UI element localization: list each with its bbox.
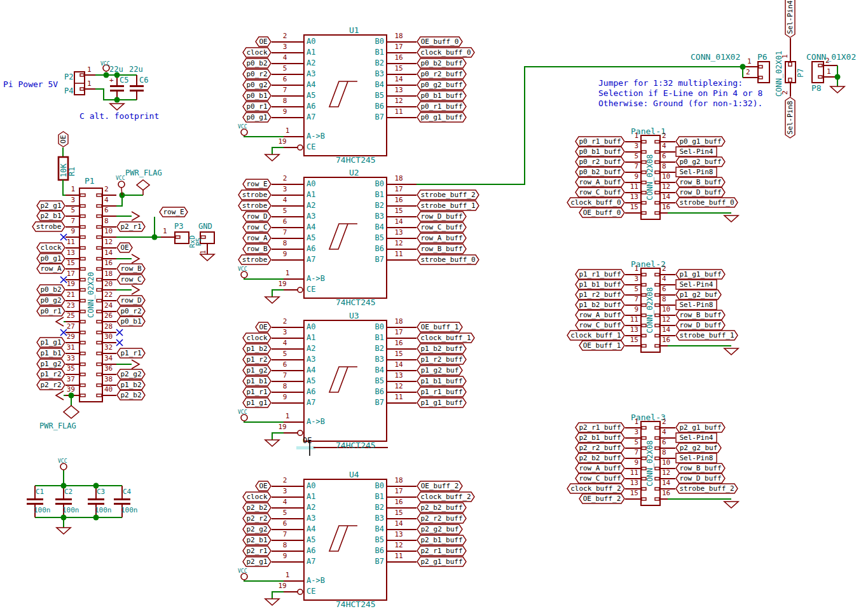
net-label-p2_b2_buff[interactable]: p2_b2_buff [575, 453, 625, 463]
net-label-p2_g1_buff[interactable]: p2_g1_buff [417, 556, 467, 567]
C1-plate[interactable] [27, 498, 43, 500]
panel-3-value[interactable]: CONN_02X08 [646, 441, 654, 486]
net-label-OE[interactable]: OE [255, 481, 272, 491]
U2-ref[interactable]: U2 [349, 168, 359, 177]
net-label-p1_b2_buff[interactable]: p1_b2_buff [575, 299, 625, 310]
net-label-row_B_buff[interactable]: row_B_buff [417, 243, 467, 254]
net-label-row_B_buff[interactable]: row_B_buff [675, 463, 726, 474]
U4-ref[interactable]: U4 [349, 470, 359, 479]
p3-ref[interactable]: P3 [174, 222, 183, 230]
p8-ref[interactable]: P8 [811, 84, 822, 92]
net-label-OE_buff_0[interactable]: OE_buff_0 [579, 207, 625, 218]
net-label-p1_g2_buf[interactable]: p1_g2_buf [417, 365, 463, 376]
c5-plate[interactable] [110, 90, 124, 92]
net-label-row_C_buff[interactable]: row_C_buff [575, 187, 625, 198]
net-label-strobe_buff_1[interactable]: strobe_buff_1 [675, 330, 738, 341]
p7-ref[interactable]: P7 [797, 69, 804, 78]
net-label-clock_buff_1[interactable]: clock_buff_1 [567, 330, 625, 341]
net-label-row_C_buff[interactable]: row_C_buff [575, 320, 625, 331]
net-label-p1_b2_buff[interactable]: p1_b2_buff [417, 343, 467, 354]
net-label-p1_b1_buff[interactable]: p1_b1_buff [575, 279, 625, 290]
net-label-p1_b1[interactable]: p1_b1 [242, 376, 272, 387]
net-label-strobe_buff_0[interactable]: strobe_buff_0 [675, 197, 738, 208]
c6-ref[interactable]: C6 [139, 76, 148, 84]
net-label-p0_g2_buff[interactable]: p0_g2_buff [675, 156, 726, 167]
net-label-p1_r2_buff[interactable]: p1_r2_buff [417, 354, 467, 365]
net-label-row_B[interactable]: row_B [116, 263, 146, 274]
net-label-clock[interactable]: clock [242, 332, 272, 343]
net-label-p2_b2[interactable]: p2_b2 [116, 390, 146, 400]
net-label-p2_b2_buff[interactable]: p2_b2_buff [417, 502, 467, 513]
net-label-p2_r1_buff[interactable]: p2_r1_buff [575, 422, 625, 433]
net-label-p2_r1_buff[interactable]: p2_r1_buff [417, 545, 467, 556]
net-label-clock_buff_0[interactable]: clock_buff_0 [417, 47, 475, 58]
net-label-row_D[interactable]: row_D [242, 211, 272, 222]
p8-value[interactable]: CONN_01X02 [806, 53, 856, 61]
net-label-OE[interactable]: OE [116, 242, 133, 253]
c4-value[interactable]: 100n [121, 507, 138, 514]
net-label-p1_g2[interactable]: p1_g2 [242, 365, 272, 376]
net-label-p0_b1[interactable]: p0_b1 [242, 90, 272, 101]
U4-value[interactable]: 74HCT245 [336, 600, 376, 608]
p5-ref[interactable]: P5 [195, 238, 202, 246]
net-label-p0_r1_buff[interactable]: p0_r1_buff [417, 101, 467, 112]
net-label-p1_g2_buf[interactable]: p1_g2_buf [675, 289, 722, 300]
net-label-p2_b2[interactable]: p2_b2 [242, 502, 272, 513]
net-label-p0_g1_buff[interactable]: p0_g1_buff [417, 112, 467, 123]
net-label-row_B_buff[interactable]: row_B_buff [675, 310, 726, 320]
net-label-clock_buff_2[interactable]: clock_buff_2 [567, 483, 625, 494]
net-label-row_E[interactable]: row_E [159, 207, 188, 217]
net-label-row_A_buff[interactable]: row_A_buff [575, 177, 625, 188]
pwr-flag-bottom-text[interactable]: PWR_FLAG [39, 422, 76, 430]
net-label-row_C_buff[interactable]: row_C_buff [575, 473, 625, 484]
panel-2-value[interactable]: CONN_02X08 [646, 287, 654, 333]
net-label-row_D_buff[interactable]: row_D_buff [417, 211, 467, 222]
net-label-row_C[interactable]: row_C [242, 222, 272, 233]
net-label-Sel-Pin8[interactable]: Sel-Pin8 [675, 167, 717, 177]
net-label-p2_r2_buff[interactable]: p2_r2_buff [575, 442, 625, 453]
net-label-p0_b2[interactable]: p0_b2 [242, 58, 272, 69]
p4-ref[interactable]: P4 [64, 87, 73, 95]
c1-ref[interactable]: C1 [36, 488, 44, 495]
net-label-p0_r2_buff[interactable]: p0_r2_buff [417, 69, 467, 79]
panel-1-value[interactable]: CONN_02X08 [646, 154, 654, 200]
r1-value[interactable]: 10K [60, 163, 67, 177]
net-label-row_C[interactable]: row_C [116, 274, 146, 285]
net-label-p0_g1_buff[interactable]: p0_g1_buff [675, 136, 726, 147]
net-label-p1_r1[interactable]: p1_r1 [242, 387, 272, 397]
net-label-p1_r2_buff[interactable]: p1_r2_buff [575, 289, 625, 300]
p3-connector-outline[interactable] [175, 232, 189, 243]
net-label-OE_buff_2[interactable]: OE_buff_2 [579, 493, 625, 504]
net-label-Sel-Pin8[interactable]: Sel-Pin8 [675, 299, 717, 310]
net-label-Sel-Pin4[interactable]: Sel-Pin4 [675, 432, 717, 443]
net-label-p1_b2[interactable]: p1_b2 [116, 380, 146, 390]
net-label-clock_buff_1[interactable]: clock_buff_1 [417, 332, 475, 343]
net-label-clock[interactable]: clock [242, 491, 272, 502]
net-label-strobe[interactable]: strobe [238, 254, 272, 265]
C3-plate[interactable] [88, 503, 104, 505]
C4-plate[interactable] [114, 503, 130, 505]
c5-value[interactable]: 22u [109, 65, 123, 73]
net-label-OE_buff_1[interactable]: OE_buff_1 [579, 340, 625, 351]
c5-ref[interactable]: C5 [120, 76, 128, 84]
net-label-p1_r1_buff[interactable]: p1_r1_buff [575, 269, 625, 280]
net-label-row_D_buff[interactable]: row_D_buff [675, 320, 726, 331]
net-label-row_D_buff[interactable]: row_D_buff [675, 473, 726, 484]
net-label-p0_r2[interactable]: p0_r2 [116, 306, 146, 317]
p6-ref[interactable]: P6 [757, 53, 768, 61]
U3-value[interactable]: 74HCT245 [336, 441, 376, 449]
c2-ref[interactable]: C2 [64, 488, 72, 495]
net-label-clock[interactable]: clock [242, 47, 272, 58]
C4-plate[interactable] [114, 498, 130, 500]
net-label-strobe[interactable]: strobe [238, 189, 272, 200]
net-label-p2_g2[interactable]: p2_g2 [116, 369, 146, 380]
net-label-p2_b1_buff[interactable]: p2_b1_buff [417, 535, 467, 545]
net-label-strobe_buff_1[interactable]: strobe_buff_1 [417, 200, 479, 211]
p5-value-gnd[interactable]: GND [198, 222, 212, 230]
net-label-p1_r1_buff[interactable]: p1_r1_buff [417, 387, 467, 397]
net-label-row_D[interactable]: row_D [116, 295, 146, 306]
C1-plate[interactable] [27, 503, 43, 505]
net-label-p0_b1_buff[interactable]: p0_b1_buff [575, 146, 625, 157]
net-label-Sel-Pin8[interactable]: Sel-Pin8 [785, 97, 796, 139]
net-label-p2_g1[interactable]: p2_g1 [242, 556, 272, 567]
